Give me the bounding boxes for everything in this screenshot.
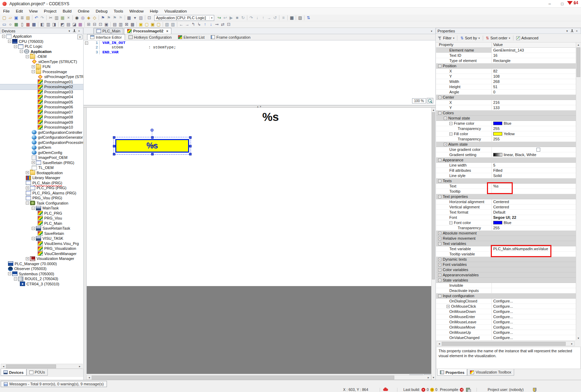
property-row-horizontal-alignment[interactable]: Horizontal alignmentCentered: [436, 199, 581, 205]
tree-item-processimage05[interactable]: ProcessImage05: [0, 100, 83, 105]
toolbar-icon-send-backward[interactable]: ▣: [150, 22, 156, 28]
tree-item-saveretain-prg[interactable]: +SaveRetain (PRG): [0, 160, 83, 166]
tree-item-plc-manager-70-0000[interactable]: PLC_Manager (70.0000): [0, 261, 83, 267]
resize-handle[interactable]: [151, 153, 154, 155]
tree-item-processimage09[interactable]: ProcessImage09: [0, 120, 83, 125]
property-value-cell[interactable]: [492, 95, 581, 100]
tree-expander-icon[interactable]: +: [26, 257, 29, 260]
toolbar-icon-print[interactable]: ≣: [19, 15, 25, 21]
property-value-cell[interactable]: %s: [492, 184, 581, 189]
property-expander-icon[interactable]: +: [444, 143, 447, 146]
toolbar-icon-next-bookmark[interactable]: ⚑: [112, 15, 118, 21]
toolbar-icon-save-project[interactable]: ▣: [13, 15, 19, 21]
property-row-x[interactable]: X82: [436, 69, 581, 74]
toolbar-icon-distribute-horizontally[interactable]: ⊞: [86, 22, 92, 28]
property-row-line-style[interactable]: Line styleSolid: [436, 173, 581, 178]
toolbar-icon-anchor-top[interactable]: ↰: [190, 22, 196, 28]
visualization-canvas[interactable]: %s %s ⊕: [86, 108, 431, 374]
toolbar-icon-run-to-cursor[interactable]: →: [266, 15, 272, 21]
property-row-font-color[interactable]: −Font colorBlue: [436, 220, 581, 225]
toolbar-icon-clear-bookmarks[interactable]: ⚑: [118, 15, 124, 21]
column-header-property[interactable]: Property: [436, 43, 492, 47]
tree-item-processimage06[interactable]: ProcessImage06: [0, 105, 83, 110]
property-row-relative-movement[interactable]: +Relative movement: [436, 236, 581, 241]
property-value-cell[interactable]: [492, 231, 581, 236]
toolbar-icon-find-replace[interactable]: ◈: [86, 15, 92, 21]
tree-item-library-manager[interactable]: Library Manager: [0, 175, 83, 180]
tree-item-plc-logic[interactable]: −PLC Logic: [0, 44, 83, 49]
property-expander-icon[interactable]: −: [444, 117, 447, 120]
tree-expander-icon[interactable]: −: [32, 70, 35, 73]
property-expander-icon[interactable]: −: [438, 159, 441, 162]
property-value-cell[interactable]: 51: [492, 84, 581, 90]
resize-handle[interactable]: [113, 145, 115, 147]
tree-expander-icon[interactable]: −: [26, 55, 29, 58]
resize-handle[interactable]: [189, 145, 192, 147]
property-expander-icon[interactable]: −: [438, 112, 441, 115]
scroll-left-icon[interactable]: ◄: [87, 375, 92, 379]
tree-item-plc-main[interactable]: PLC_Main: [0, 221, 83, 226]
toolbar-icon-cut[interactable]: ✂: [48, 15, 54, 21]
scroll-down-icon[interactable]: ▼: [576, 336, 581, 340]
property-value-cell[interactable]: 16: [492, 53, 581, 58]
tree-expander-icon[interactable]: −: [32, 227, 35, 230]
resize-handle[interactable]: [189, 136, 192, 139]
property-value-cell[interactable]: Configure...: [492, 299, 581, 304]
property-value-cell[interactable]: [492, 272, 581, 278]
tree-item-observer-705003[interactable]: Observer (705003): [0, 266, 83, 271]
property-row-text-properties[interactable]: −Text properties: [436, 194, 581, 199]
resize-handle[interactable]: [189, 153, 192, 155]
toolbar-icon-grid-settings[interactable]: ▩: [130, 22, 135, 28]
property-expander-icon[interactable]: +: [438, 274, 441, 277]
toolbar-icon-unlink-element[interactable]: ⊸: [214, 22, 220, 28]
property-expander-icon[interactable]: −: [438, 279, 441, 282]
property-value-cell[interactable]: 133: [492, 105, 581, 110]
property-expander-icon[interactable]: +: [438, 232, 441, 235]
scroll-left-icon[interactable]: ◄: [437, 341, 442, 346]
rotation-handle[interactable]: [150, 129, 154, 132]
scroll-right-icon[interactable]: ►: [77, 364, 82, 368]
pin-icon[interactable]: [72, 29, 77, 33]
chevron-down-icon[interactable]: ▾: [479, 37, 480, 40]
tree-item-gvloemconfig[interactable]: gvlOemConfig: [0, 150, 83, 155]
property-value-cell[interactable]: [492, 288, 581, 293]
property-value-cell[interactable]: [492, 236, 581, 241]
property-row-ondialogclosed[interactable]: OnDialogClosedConfigure...: [436, 299, 581, 304]
pin-icon[interactable]: [570, 29, 574, 33]
property-row-gradient-setting[interactable]: Gradient settinglinear, Black, White: [436, 152, 581, 157]
property-row-center[interactable]: −Center: [436, 95, 581, 100]
properties-horizontal-scrollbar[interactable]: ◄ ►: [436, 341, 575, 346]
tree-expander-icon[interactable]: −: [20, 50, 23, 53]
close-panel-icon[interactable]: ×: [574, 29, 579, 33]
property-row-use-gradient-color[interactable]: Use gradient color: [436, 147, 581, 152]
menu-project[interactable]: Project: [41, 8, 60, 15]
filter-button[interactable]: Filter: [443, 36, 451, 40]
menu-window[interactable]: Window: [126, 8, 147, 15]
tree-item-oem[interactable]: −-OEM: [0, 54, 83, 59]
tab-list-dropdown-icon[interactable]: ▾: [429, 29, 434, 33]
property-value-cell[interactable]: [492, 262, 581, 267]
sort-order-button[interactable]: Sort order: [490, 36, 508, 40]
toolbar-icon-zoom-tool[interactable]: ○: [7, 22, 13, 28]
close-panel-icon[interactable]: ×: [77, 29, 82, 33]
property-expander-icon[interactable]: −: [449, 122, 452, 125]
tree-item-gvlconfigurationgenerator[interactable]: gvlConfigurationGenerator: [0, 135, 83, 140]
property-row-font-variables[interactable]: +Font variables: [436, 262, 581, 267]
property-row-height[interactable]: Height51: [436, 84, 581, 90]
property-row-angle[interactable]: Angle0: [436, 90, 581, 95]
toolbar-icon-tab-order[interactable]: ⊡: [226, 22, 232, 28]
toolbar-icon-arrange-group-2[interactable]: ▥: [118, 22, 124, 28]
property-row-transparency[interactable]: Transparency255: [436, 225, 581, 231]
tree-item-plc-prg[interactable]: PLC_PRG: [0, 211, 83, 216]
property-row-input-configuration[interactable]: −Input configuration: [436, 293, 581, 299]
canvas-vertical-scrollbar[interactable]: ▲ ▼: [431, 108, 435, 380]
property-expander-icon[interactable]: +: [438, 268, 441, 271]
property-value-cell[interactable]: 255: [492, 137, 581, 142]
property-expander-icon[interactable]: −: [449, 132, 452, 136]
property-expander-icon[interactable]: −: [438, 294, 441, 298]
toolbar-icon-redo[interactable]: ↷: [39, 15, 45, 21]
tree-item-prg-visu[interactable]: PRG_Visu: [0, 216, 83, 221]
property-expander-icon[interactable]: −: [438, 179, 441, 183]
tree-item-application[interactable]: −Application: [0, 49, 83, 54]
toolbar-icon-find[interactable]: ◉: [74, 15, 80, 21]
